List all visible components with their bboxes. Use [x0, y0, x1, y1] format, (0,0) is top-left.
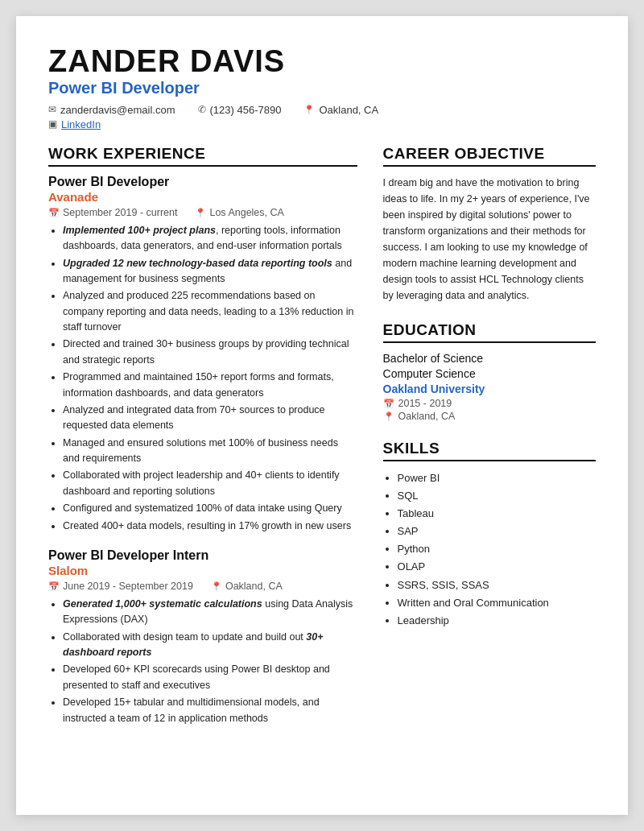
contact-row: zanderdavis@email.com (123) 456-7890 Oak…	[48, 104, 596, 116]
location-icon-1	[195, 207, 206, 218]
location-value: Oakland, CA	[319, 104, 378, 116]
job-location-2: Oakland, CA	[211, 581, 283, 592]
bullet-1-4: Directed and trained 30+ business groups…	[63, 337, 357, 368]
edu-field: Computer Science	[383, 366, 596, 382]
skill-item-2: Tableau	[398, 505, 596, 523]
email-value: zanderdavis@email.com	[60, 104, 175, 116]
bullet-1-5: Programmed and maintained 150+ report fo…	[63, 370, 357, 401]
left-column: WORK EXPERIENCE Power BI Developer Avana…	[48, 145, 357, 744]
job-company-1: Avanade	[48, 190, 357, 204]
body-layout: WORK EXPERIENCE Power BI Developer Avana…	[48, 145, 596, 744]
job-title-2: Power BI Developer Intern	[48, 548, 357, 563]
edu-location-icon	[383, 411, 394, 422]
candidate-name: ZANDER DAVIS	[48, 45, 596, 79]
edu-years-row: 2015 - 2019	[383, 398, 596, 409]
email-contact: zanderdavis@email.com	[48, 104, 175, 116]
work-experience-section: WORK EXPERIENCE Power BI Developer Avana…	[48, 145, 357, 726]
job-avanade: Power BI Developer Avanade September 201…	[48, 175, 357, 534]
objective-section: CAREER OBJECTIVE I dream big and have th…	[383, 145, 596, 304]
header: ZANDER DAVIS Power BI Developer zanderda…	[48, 45, 596, 130]
edu-meta: 2015 - 2019 Oakland, CA	[383, 398, 596, 422]
job-slalom: Power BI Developer Intern Slalom June 20…	[48, 548, 357, 726]
skills-section: SKILLS Power BISQLTableauSAPPythonOLAPSS…	[383, 440, 596, 630]
right-column: CAREER OBJECTIVE I dream big and have th…	[383, 145, 596, 744]
linkedin-icon	[48, 118, 57, 130]
edu-school: Oakland University	[383, 382, 596, 395]
skill-item-1: SQL	[398, 487, 596, 505]
job-bullets-1: Implemented 100+ project plans, reportin…	[48, 223, 357, 534]
skill-item-6: SSRS, SSIS, SSAS	[398, 577, 596, 594]
job-bullets-2: Generated 1,000+ systematic calculations…	[48, 597, 357, 726]
email-icon	[48, 104, 56, 115]
skill-item-3: SAP	[398, 523, 596, 540]
job-meta-1: September 2019 - current Los Angeles, CA	[48, 207, 357, 218]
job-location-text-2: Oakland, CA	[225, 581, 283, 592]
job-title-1: Power BI Developer	[48, 175, 357, 189]
job-date-1: September 2019 - current	[48, 207, 177, 218]
linkedin-row: LinkedIn	[48, 118, 596, 130]
bullet-1-8: Collaborated with project leadership and…	[63, 468, 357, 499]
edu-location-row: Oakland, CA	[383, 411, 596, 422]
candidate-title: Power BI Developer	[48, 79, 596, 97]
skill-item-8: Leadership	[398, 612, 596, 630]
education-title: EDUCATION	[383, 321, 596, 343]
linkedin-link[interactable]: LinkedIn	[61, 118, 101, 130]
skills-title: SKILLS	[383, 440, 596, 461]
bullet-1-6: Analyzed and integrated data from 70+ so…	[63, 403, 357, 434]
bullet-2-1: Generated 1,000+ systematic calculations…	[63, 597, 357, 628]
edu-years: 2015 - 2019	[398, 398, 452, 409]
work-experience-title: WORK EXPERIENCE	[48, 145, 357, 167]
bullet-2-2: Collaborated with design team to update …	[63, 630, 357, 661]
bullet-1-2: Upgraded 12 new technology-based data re…	[63, 256, 357, 287]
phone-icon	[198, 104, 206, 115]
bullet-2-3: Developed 60+ KPI scorecards using Power…	[63, 662, 357, 693]
calendar-icon-2	[48, 581, 60, 592]
bullet-1-9: Configured and systematized 100% of data…	[63, 501, 357, 516]
phone-contact: (123) 456-7890	[198, 104, 282, 116]
bullet-1-10: Created 400+ data models, resulting in 1…	[63, 519, 357, 534]
linkedin-contact[interactable]: LinkedIn	[48, 118, 101, 130]
bullet-1-3: Analyzed and produced 225 recommendation…	[63, 288, 357, 335]
bullet-1-1-bold: Implemented 100+ project plans	[63, 225, 216, 236]
bullet-1-1: Implemented 100+ project plans, reportin…	[63, 223, 357, 254]
location-icon	[303, 104, 315, 115]
job-location-1: Los Angeles, CA	[195, 207, 283, 218]
bullet-2-2-bold: 30+ dashboard reports	[63, 631, 324, 658]
skills-list: Power BISQLTableauSAPPythonOLAPSSRS, SSI…	[383, 469, 596, 630]
objective-title: CAREER OBJECTIVE	[383, 145, 596, 167]
education-section: EDUCATION Bachelor of Science Computer S…	[383, 321, 596, 422]
location-contact: Oakland, CA	[303, 104, 378, 116]
bullet-1-7: Managed and ensured solutions met 100% o…	[63, 436, 357, 467]
job-date-text-2: June 2019 - September 2019	[63, 581, 193, 592]
bullet-2-1-bold: Generated 1,000+ systematic calculations	[63, 598, 262, 610]
job-date-text-1: September 2019 - current	[63, 207, 177, 218]
resume-document: ZANDER DAVIS Power BI Developer zanderda…	[16, 16, 628, 815]
skill-item-7: Written and Oral Communication	[398, 594, 596, 612]
edu-location: Oakland, CA	[398, 411, 456, 422]
phone-value: (123) 456-7890	[210, 104, 282, 116]
objective-text: I dream big and have the motivation to b…	[383, 175, 596, 304]
job-company-2: Slalom	[48, 564, 357, 577]
job-date-2: June 2019 - September 2019	[48, 581, 193, 592]
bullet-1-2-bold: Upgraded 12 new technology-based data re…	[63, 258, 332, 269]
skill-item-5: OLAP	[398, 558, 596, 576]
edu-cal-icon	[383, 398, 394, 409]
bullet-2-4: Developed 15+ tabular and multidimension…	[63, 695, 357, 726]
job-location-text-1: Los Angeles, CA	[209, 207, 283, 218]
job-meta-2: June 2019 - September 2019 Oakland, CA	[48, 581, 357, 592]
skill-item-0: Power BI	[398, 469, 596, 487]
calendar-icon-1	[48, 207, 60, 218]
location-icon-2	[211, 581, 222, 592]
skill-item-4: Python	[398, 540, 596, 558]
edu-degree: Bachelor of Science	[383, 351, 596, 367]
